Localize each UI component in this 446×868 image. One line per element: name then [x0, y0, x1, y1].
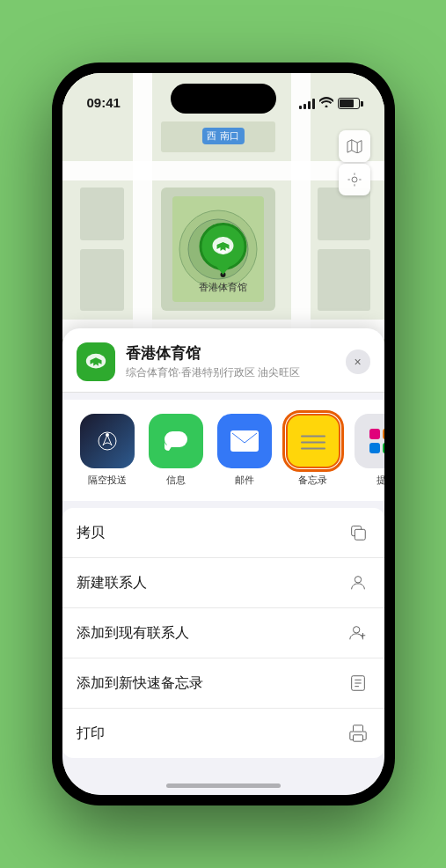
action-print[interactable]: 打印 — [62, 709, 384, 758]
share-messages[interactable]: 信息 — [145, 414, 207, 487]
mail-label: 邮件 — [235, 474, 254, 487]
svg-rect-5 — [80, 188, 124, 240]
wifi-icon — [319, 97, 333, 110]
action-copy-label: 拷贝 — [77, 524, 105, 542]
messages-icon — [149, 414, 203, 468]
svg-rect-6 — [80, 249, 124, 311]
share-airdrop[interactable]: 隔空投送 — [77, 414, 138, 487]
action-list: 拷贝 新建联系人 — [62, 508, 384, 758]
add-existing-icon — [346, 621, 370, 645]
svg-point-25 — [355, 577, 361, 583]
notes-lines-decoration — [301, 436, 325, 450]
share-more[interactable]: 提 — [351, 414, 384, 487]
close-icon: × — [354, 355, 361, 369]
home-indicator — [166, 783, 281, 788]
svg-rect-28 — [353, 725, 362, 732]
svg-point-21 — [106, 433, 109, 437]
map-label: 西 南口 — [201, 128, 244, 144]
svg-rect-24 — [355, 529, 365, 540]
airdrop-label: 隔空投送 — [88, 474, 127, 487]
svg-rect-22 — [165, 431, 187, 447]
share-mail[interactable]: 邮件 — [214, 414, 275, 487]
phone-screen: 09:41 — [62, 73, 384, 795]
status-time: 09:41 — [87, 95, 121, 110]
battery-icon — [338, 98, 360, 109]
venue-pin[interactable]: 香港体育馆 — [199, 223, 247, 294]
svg-rect-9 — [318, 188, 370, 240]
action-add-existing-label: 添加到现有联系人 — [77, 624, 189, 643]
notes-icon — [286, 414, 340, 468]
svg-rect-10 — [318, 249, 370, 311]
location-button[interactable] — [339, 164, 370, 195]
action-add-notes[interactable]: 添加到新快速备忘录 — [62, 658, 384, 709]
copy-icon — [346, 520, 370, 545]
venue-pin-icon — [200, 223, 247, 270]
action-print-label: 打印 — [77, 725, 105, 743]
svg-rect-23 — [230, 430, 259, 452]
action-new-contact[interactable]: 新建联系人 — [62, 558, 384, 608]
action-add-notes-label: 添加到新快速备忘录 — [77, 674, 203, 693]
mail-icon — [217, 414, 272, 468]
share-actions: 隔空投送 信息 — [62, 400, 384, 501]
print-icon — [346, 721, 370, 746]
close-button[interactable]: × — [346, 349, 370, 374]
messages-label: 信息 — [166, 474, 186, 487]
svg-point-26 — [353, 627, 359, 633]
venue-logo — [77, 342, 115, 381]
venue-info: 香港体育馆 综合体育馆·香港特别行政区 油尖旺区 — [126, 343, 335, 380]
action-new-contact-label: 新建联系人 — [77, 574, 147, 592]
svg-point-17 — [352, 177, 357, 182]
notes-label: 备忘录 — [298, 474, 327, 487]
status-icons — [299, 97, 360, 110]
svg-rect-1 — [62, 161, 384, 180]
more-icon — [355, 414, 384, 468]
new-contact-icon — [346, 570, 370, 595]
venue-pin-label: 香港体育馆 — [199, 281, 247, 294]
sheet-header: 香港体育馆 综合体育馆·香港特别行政区 油尖旺区 × — [62, 328, 384, 393]
add-notes-icon — [346, 671, 370, 695]
airdrop-icon — [80, 414, 135, 468]
phone-frame: 09:41 — [52, 63, 395, 805]
action-add-existing[interactable]: 添加到现有联系人 — [62, 608, 384, 658]
dynamic-island — [171, 84, 276, 114]
map-controls[interactable] — [339, 130, 370, 195]
action-copy[interactable]: 拷贝 — [62, 508, 384, 558]
venue-description: 综合体育馆·香港特别行政区 油尖旺区 — [126, 365, 335, 380]
share-notes[interactable]: 备忘录 — [282, 414, 344, 487]
more-label: 提 — [377, 474, 384, 487]
venue-name: 香港体育馆 — [126, 343, 335, 364]
map-type-button[interactable] — [339, 130, 370, 162]
bottom-sheet: 香港体育馆 综合体育馆·香港特别行政区 油尖旺区 × — [62, 328, 384, 795]
svg-rect-29 — [353, 735, 362, 741]
signal-icon — [299, 99, 315, 109]
